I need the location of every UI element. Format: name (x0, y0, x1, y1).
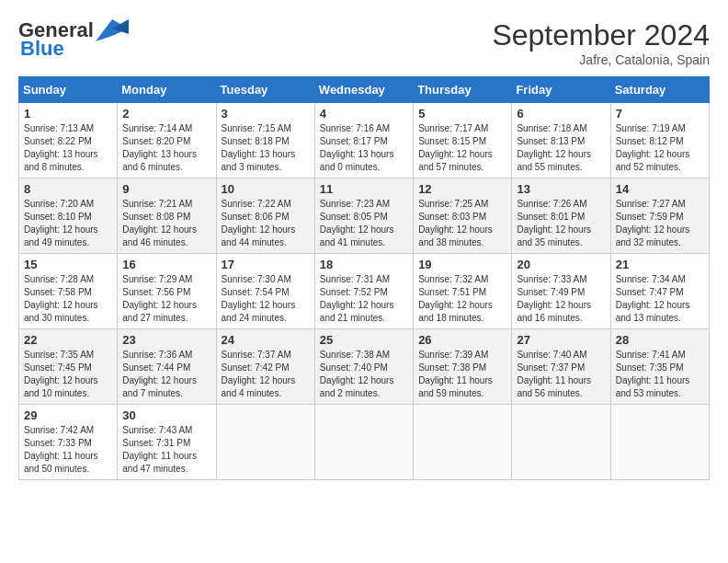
calendar-cell: 7Sunrise: 7:19 AMSunset: 8:12 PMDaylight… (610, 103, 709, 178)
calendar-table: SundayMondayTuesdayWednesdayThursdayFrid… (18, 76, 710, 480)
calendar-cell: 16Sunrise: 7:29 AMSunset: 7:56 PMDayligh… (118, 254, 216, 329)
header-sunday: Sunday (19, 77, 118, 103)
header-friday: Friday (512, 77, 610, 103)
header-saturday: Saturday (610, 77, 709, 103)
week-row-1: 1Sunrise: 7:13 AMSunset: 8:22 PMDaylight… (19, 103, 710, 178)
day-number: 9 (122, 182, 210, 196)
day-info: Sunrise: 7:17 AMSunset: 8:15 PMDaylight:… (418, 122, 506, 174)
day-number: 11 (320, 182, 408, 196)
day-info: Sunrise: 7:15 AMSunset: 8:18 PMDaylight:… (222, 122, 310, 174)
header-thursday: Thursday (414, 77, 512, 103)
day-info: Sunrise: 7:18 AMSunset: 8:13 PMDaylight:… (517, 122, 605, 174)
day-number: 8 (24, 182, 112, 196)
day-info: Sunrise: 7:41 AMSunset: 7:35 PMDaylight:… (616, 349, 704, 400)
calendar-cell: 4Sunrise: 7:16 AMSunset: 8:17 PMDaylight… (314, 103, 413, 178)
calendar-cell (314, 405, 413, 480)
day-number: 16 (122, 258, 210, 271)
calendar-cell (216, 405, 314, 480)
calendar-cell: 26Sunrise: 7:39 AMSunset: 7:38 PMDayligh… (414, 329, 512, 405)
day-number: 6 (517, 107, 605, 121)
calendar-cell: 1Sunrise: 7:13 AMSunset: 8:22 PMDaylight… (19, 103, 118, 178)
calendar-cell: 21Sunrise: 7:34 AMSunset: 7:47 PMDayligh… (610, 254, 709, 329)
day-info: Sunrise: 7:14 AMSunset: 8:20 PMDaylight:… (122, 122, 210, 174)
header-wednesday: Wednesday (314, 77, 413, 103)
calendar-cell: 8Sunrise: 7:20 AMSunset: 8:10 PMDaylight… (19, 178, 118, 254)
logo: General Blue (18, 18, 129, 61)
location-subtitle: Jafre, Catalonia, Spain (492, 52, 710, 67)
calendar-cell: 28Sunrise: 7:41 AMSunset: 7:35 PMDayligh… (610, 329, 709, 405)
day-number: 30 (122, 408, 210, 422)
day-info: Sunrise: 7:30 AMSunset: 7:54 PMDaylight:… (222, 273, 310, 325)
calendar-cell: 10Sunrise: 7:22 AMSunset: 8:06 PMDayligh… (216, 178, 314, 254)
day-info: Sunrise: 7:38 AMSunset: 7:40 PMDaylight:… (320, 349, 408, 400)
title-block: September 2024 Jafre, Catalonia, Spain (492, 18, 710, 67)
calendar-cell: 6Sunrise: 7:18 AMSunset: 8:13 PMDaylight… (512, 103, 610, 178)
calendar-cell: 25Sunrise: 7:38 AMSunset: 7:40 PMDayligh… (314, 329, 413, 405)
header-row: SundayMondayTuesdayWednesdayThursdayFrid… (19, 77, 710, 103)
day-info: Sunrise: 7:35 AMSunset: 7:45 PMDaylight:… (24, 349, 112, 400)
day-number: 18 (320, 258, 408, 271)
day-info: Sunrise: 7:39 AMSunset: 7:38 PMDaylight:… (418, 349, 506, 400)
day-info: Sunrise: 7:20 AMSunset: 8:10 PMDaylight:… (24, 198, 112, 249)
day-info: Sunrise: 7:29 AMSunset: 7:56 PMDaylight:… (122, 273, 210, 325)
day-number: 14 (616, 182, 704, 196)
day-info: Sunrise: 7:31 AMSunset: 7:52 PMDaylight:… (320, 273, 408, 325)
day-info: Sunrise: 7:36 AMSunset: 7:44 PMDaylight:… (122, 349, 210, 400)
day-info: Sunrise: 7:26 AMSunset: 8:01 PMDaylight:… (517, 198, 605, 249)
header-monday: Monday (118, 77, 216, 103)
day-number: 27 (517, 333, 605, 347)
day-number: 10 (222, 182, 310, 196)
day-info: Sunrise: 7:42 AMSunset: 7:33 PMDaylight:… (24, 424, 112, 476)
calendar-cell: 9Sunrise: 7:21 AMSunset: 8:08 PMDaylight… (118, 178, 216, 254)
day-info: Sunrise: 7:13 AMSunset: 8:22 PMDaylight:… (24, 122, 112, 174)
logo-icon (96, 19, 129, 41)
day-number: 1 (24, 107, 112, 121)
calendar-cell: 23Sunrise: 7:36 AMSunset: 7:44 PMDayligh… (118, 329, 216, 405)
week-row-3: 15Sunrise: 7:28 AMSunset: 7:58 PMDayligh… (19, 254, 710, 329)
day-info: Sunrise: 7:34 AMSunset: 7:47 PMDaylight:… (616, 273, 704, 325)
day-number: 23 (122, 333, 210, 347)
day-info: Sunrise: 7:21 AMSunset: 8:08 PMDaylight:… (122, 198, 210, 249)
day-number: 13 (517, 182, 605, 196)
calendar-cell: 2Sunrise: 7:14 AMSunset: 8:20 PMDaylight… (118, 103, 216, 178)
day-number: 15 (24, 258, 112, 271)
day-info: Sunrise: 7:27 AMSunset: 7:59 PMDaylight:… (616, 198, 704, 249)
week-row-2: 8Sunrise: 7:20 AMSunset: 8:10 PMDaylight… (19, 178, 710, 254)
day-number: 29 (24, 408, 112, 422)
day-number: 4 (320, 107, 408, 121)
calendar-cell: 22Sunrise: 7:35 AMSunset: 7:45 PMDayligh… (19, 329, 118, 405)
day-number: 2 (122, 107, 210, 121)
calendar-cell: 20Sunrise: 7:33 AMSunset: 7:49 PMDayligh… (512, 254, 610, 329)
page-header: General Blue September 2024 Jafre, Catal… (18, 18, 710, 67)
day-info: Sunrise: 7:43 AMSunset: 7:31 PMDaylight:… (122, 424, 210, 476)
week-row-5: 29Sunrise: 7:42 AMSunset: 7:33 PMDayligh… (19, 405, 710, 480)
calendar-cell: 11Sunrise: 7:23 AMSunset: 8:05 PMDayligh… (314, 178, 413, 254)
day-number: 5 (418, 107, 506, 121)
day-info: Sunrise: 7:23 AMSunset: 8:05 PMDaylight:… (320, 198, 408, 249)
calendar-cell: 18Sunrise: 7:31 AMSunset: 7:52 PMDayligh… (314, 254, 413, 329)
calendar-cell: 17Sunrise: 7:30 AMSunset: 7:54 PMDayligh… (216, 254, 314, 329)
calendar-cell: 3Sunrise: 7:15 AMSunset: 8:18 PMDaylight… (216, 103, 314, 178)
week-row-4: 22Sunrise: 7:35 AMSunset: 7:45 PMDayligh… (19, 329, 710, 405)
calendar-cell: 30Sunrise: 7:43 AMSunset: 7:31 PMDayligh… (118, 405, 216, 480)
day-number: 19 (418, 258, 506, 271)
day-number: 21 (616, 258, 704, 271)
month-title: September 2024 (492, 18, 710, 52)
day-info: Sunrise: 7:32 AMSunset: 7:51 PMDaylight:… (418, 273, 506, 325)
day-number: 17 (222, 258, 310, 271)
calendar-cell: 15Sunrise: 7:28 AMSunset: 7:58 PMDayligh… (19, 254, 118, 329)
day-info: Sunrise: 7:33 AMSunset: 7:49 PMDaylight:… (517, 273, 605, 325)
day-number: 12 (418, 182, 506, 196)
logo-text-blue: Blue (20, 37, 64, 61)
calendar-cell (610, 405, 709, 480)
day-info: Sunrise: 7:25 AMSunset: 8:03 PMDaylight:… (418, 198, 506, 249)
day-number: 28 (616, 333, 704, 347)
header-tuesday: Tuesday (216, 77, 314, 103)
calendar-cell: 14Sunrise: 7:27 AMSunset: 7:59 PMDayligh… (610, 178, 709, 254)
day-info: Sunrise: 7:19 AMSunset: 8:12 PMDaylight:… (616, 122, 704, 174)
day-number: 26 (418, 333, 506, 347)
calendar-cell: 12Sunrise: 7:25 AMSunset: 8:03 PMDayligh… (414, 178, 512, 254)
day-info: Sunrise: 7:28 AMSunset: 7:58 PMDaylight:… (24, 273, 112, 325)
calendar-cell (414, 405, 512, 480)
day-info: Sunrise: 7:37 AMSunset: 7:42 PMDaylight:… (222, 349, 310, 400)
